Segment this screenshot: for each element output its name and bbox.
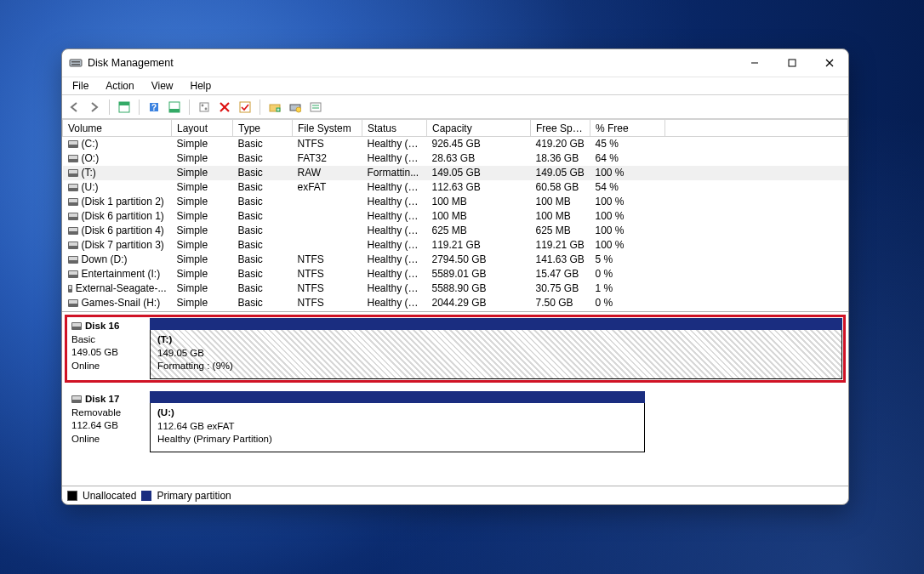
partition-status: Healthy (Primary Partition) (157, 433, 637, 446)
volume-icon (68, 169, 78, 177)
volume-name-cell: (U:) (63, 180, 172, 195)
partition-label: (T:) (157, 333, 835, 347)
toolbar-separator (260, 99, 260, 115)
menu-action[interactable]: Action (99, 78, 140, 94)
volume-row[interactable]: External-Seagate-...SimpleBasicNTFSHealt… (63, 281, 848, 296)
partition-label: (U:) (157, 406, 637, 420)
properties-icon[interactable] (307, 99, 324, 116)
volume-icon (68, 184, 78, 191)
volume-row[interactable]: (U:)SimpleBasicexFATHealthy (P...112.63 … (63, 180, 848, 195)
volume-name-cell: (Disk 1 partition 2) (63, 195, 172, 209)
legend-unallocated: Unallocated (83, 490, 136, 502)
column-header[interactable]: % Free (590, 120, 665, 137)
column-header[interactable]: Status (362, 120, 427, 137)
volume-name-cell: (T:) (63, 166, 172, 180)
volume-icon (68, 285, 72, 293)
partition-header (150, 318, 842, 330)
app-icon (69, 56, 83, 70)
folder-add-icon[interactable] (266, 99, 283, 116)
svg-rect-13 (200, 103, 208, 111)
volume-row[interactable]: (Disk 1 partition 2)SimpleBasicHealthy (… (63, 195, 848, 209)
volume-name-cell: Games-Zippy (G:) (63, 310, 172, 313)
menu-view[interactable]: View (145, 78, 180, 94)
disk-panes[interactable]: Disk 16 Basic 149.05 GB Online (T:) 149.… (62, 312, 848, 486)
disk-icon (71, 322, 82, 330)
volume-row[interactable]: (O:)SimpleBasicFAT32Healthy (A...28.63 G… (63, 151, 848, 166)
close-button[interactable] (811, 49, 848, 77)
volume-name-cell: External-Seagate-... (63, 281, 172, 296)
legend: Unallocated Primary partition (62, 486, 848, 504)
svg-point-15 (205, 107, 208, 110)
volume-name-cell: Down (D:) (63, 253, 172, 267)
volume-icon (68, 198, 78, 206)
volume-row[interactable]: Entertainment (I:)SimpleBasicNTFSHealthy… (63, 267, 848, 281)
view-bottom-icon[interactable] (166, 99, 183, 116)
partition-status: Formatting : (9%) (157, 360, 835, 373)
column-header[interactable]: Volume (63, 120, 172, 137)
delete-icon[interactable] (216, 99, 233, 116)
toolbar-separator (189, 99, 190, 115)
partition-detail: 112.64 GB exFAT (157, 420, 637, 434)
volume-icon (68, 242, 78, 249)
volume-row[interactable]: (T:)SimpleBasicRAWFormattin...149.05 GB1… (63, 166, 848, 180)
disk-size: 112.64 GB (71, 419, 148, 433)
primary-swatch (141, 491, 151, 501)
minimize-button[interactable] (736, 49, 773, 77)
menu-file[interactable]: File (66, 78, 95, 94)
unallocated-swatch (67, 491, 77, 501)
column-header[interactable]: Layout (172, 120, 233, 137)
disk-name: Disk 17 (85, 393, 119, 406)
toolbar-separator (139, 99, 140, 115)
volume-name-cell: Entertainment (I:) (63, 267, 172, 281)
volume-table: VolumeLayoutTypeFile SystemStatusCapacit… (62, 119, 848, 312)
svg-point-14 (202, 104, 204, 106)
column-header[interactable]: Free Spa... (531, 120, 590, 137)
volume-name-cell: (Disk 6 partition 4) (63, 224, 172, 238)
column-header[interactable]: Type (233, 120, 293, 137)
volume-list[interactable]: VolumeLayoutTypeFile SystemStatusCapacit… (62, 119, 848, 312)
disk-state: Online (71, 433, 148, 446)
view-top-icon[interactable] (116, 99, 133, 116)
disk-17-info: Disk 17 Removable 112.64 GB Online (68, 391, 150, 452)
column-header[interactable]: File System (293, 120, 362, 137)
help-icon[interactable]: ? (145, 99, 163, 116)
column-header[interactable]: Capacity (427, 120, 531, 137)
window-title: Disk Management (88, 57, 174, 69)
settings-icon[interactable] (196, 99, 213, 116)
volume-icon (68, 155, 78, 162)
disk-type: Basic (71, 333, 148, 347)
svg-rect-0 (70, 60, 82, 66)
svg-rect-8 (119, 102, 129, 105)
volume-row[interactable]: Games-Zippy (G:)SimpleBasicNTFSHealthy (… (63, 310, 848, 313)
volume-row[interactable]: (Disk 6 partition 4)SimpleBasicHealthy (… (63, 224, 848, 238)
volume-row[interactable]: Games-Snail (H:)SimpleBasicNTFSHealthy (… (63, 296, 848, 310)
maximize-button[interactable] (773, 49, 811, 77)
partition-u[interactable]: (U:) 112.64 GB exFAT Healthy (Primary Pa… (150, 403, 645, 452)
disk-16-row[interactable]: Disk 16 Basic 149.05 GB Online (T:) 149.… (65, 315, 846, 383)
svg-rect-4 (789, 60, 796, 66)
title-bar[interactable]: Disk Management (62, 49, 848, 77)
disk-type: Removable (71, 406, 148, 420)
svg-rect-12 (169, 109, 180, 112)
disk-17-row[interactable]: Disk 17 Removable 112.64 GB Online (U:) … (65, 388, 846, 456)
volume-row[interactable]: Down (D:)SimpleBasicNTFSHealthy (B...279… (63, 253, 848, 267)
svg-point-24 (296, 107, 301, 112)
volume-row[interactable]: (Disk 6 partition 1)SimpleBasicHealthy (… (63, 209, 848, 224)
column-spacer (665, 120, 848, 137)
checkmark-icon[interactable] (237, 99, 254, 116)
svg-rect-2 (71, 64, 80, 65)
disk-icon (71, 395, 82, 403)
volume-row[interactable]: (C:)SimpleBasicNTFSHealthy (B...926.45 G… (63, 137, 848, 151)
legend-primary: Primary partition (157, 490, 231, 502)
volume-icon (68, 227, 78, 235)
disk-16-info: Disk 16 Basic 149.05 GB Online (68, 318, 150, 379)
volume-row[interactable]: (Disk 7 partition 3)SimpleBasicHealthy (… (63, 238, 848, 253)
forward-icon[interactable] (86, 99, 103, 116)
partition-header (150, 391, 645, 403)
disk-new-icon[interactable] (287, 99, 304, 116)
back-icon[interactable] (66, 99, 83, 116)
volume-name-cell: Games-Snail (H:) (63, 296, 172, 310)
partition-t[interactable]: (T:) 149.05 GB Formatting : (9%) (150, 330, 842, 379)
menu-help[interactable]: Help (184, 78, 219, 94)
volume-name-cell: (Disk 7 partition 3) (63, 238, 172, 253)
